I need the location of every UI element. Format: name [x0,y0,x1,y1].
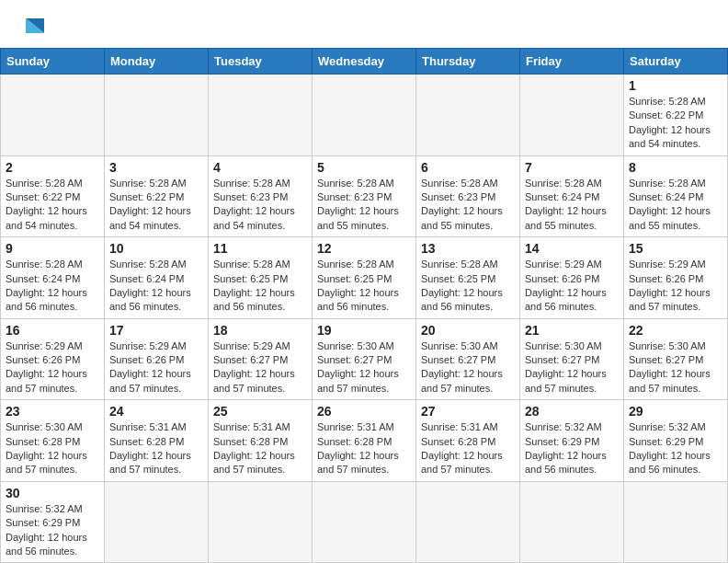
day-info: Sunrise: 5:28 AM Sunset: 6:23 PM Dayligh… [317,177,411,234]
calendar-cell: 26Sunrise: 5:31 AM Sunset: 6:28 PM Dayli… [313,400,416,482]
day-number: 20 [421,323,515,338]
day-info: Sunrise: 5:30 AM Sunset: 6:27 PM Dayligh… [525,339,619,396]
logo [18,17,48,39]
day-number: 6 [421,160,515,175]
day-number: 22 [629,323,722,338]
calendar-cell: 24Sunrise: 5:31 AM Sunset: 6:28 PM Dayli… [105,400,209,482]
calendar-cell [1,75,105,156]
calendar-cell [520,481,624,563]
day-info: Sunrise: 5:28 AM Sunset: 6:24 PM Dayligh… [109,258,203,315]
col-header-thursday: Thursday [416,49,520,75]
day-number: 28 [525,404,619,419]
calendar-cell [416,481,520,563]
day-info: Sunrise: 5:28 AM Sunset: 6:24 PM Dayligh… [629,177,722,234]
day-info: Sunrise: 5:28 AM Sunset: 6:25 PM Dayligh… [421,258,515,315]
day-info: Sunrise: 5:30 AM Sunset: 6:28 PM Dayligh… [6,420,99,477]
calendar-cell: 11Sunrise: 5:28 AM Sunset: 6:25 PM Dayli… [209,237,313,319]
day-number: 4 [213,160,307,175]
day-number: 25 [213,404,307,419]
day-info: Sunrise: 5:30 AM Sunset: 6:27 PM Dayligh… [629,339,722,396]
calendar-cell: 21Sunrise: 5:30 AM Sunset: 6:27 PM Dayli… [520,318,624,400]
day-info: Sunrise: 5:29 AM Sunset: 6:26 PM Dayligh… [629,258,722,315]
calendar-cell: 10Sunrise: 5:28 AM Sunset: 6:24 PM Dayli… [105,237,209,319]
calendar-cell: 27Sunrise: 5:31 AM Sunset: 6:28 PM Dayli… [416,400,520,482]
day-info: Sunrise: 5:28 AM Sunset: 6:25 PM Dayligh… [213,258,307,315]
day-info: Sunrise: 5:28 AM Sunset: 6:22 PM Dayligh… [6,177,99,234]
day-info: Sunrise: 5:29 AM Sunset: 6:26 PM Dayligh… [525,258,619,315]
day-info: Sunrise: 5:30 AM Sunset: 6:27 PM Dayligh… [421,339,515,396]
day-number: 9 [6,241,99,256]
calendar-week-row: 23Sunrise: 5:30 AM Sunset: 6:28 PM Dayli… [1,400,728,482]
calendar-cell: 4Sunrise: 5:28 AM Sunset: 6:23 PM Daylig… [209,155,313,237]
calendar-week-row: 2Sunrise: 5:28 AM Sunset: 6:22 PM Daylig… [1,155,728,237]
calendar-cell: 28Sunrise: 5:32 AM Sunset: 6:29 PM Dayli… [520,400,624,482]
day-number: 15 [629,241,722,256]
calendar-cell [313,481,416,563]
logo-icon [22,17,48,37]
calendar-cell [520,75,624,156]
day-number: 7 [525,160,619,175]
day-number: 24 [109,404,203,419]
calendar-week-row: 1Sunrise: 5:28 AM Sunset: 6:22 PM Daylig… [1,75,728,156]
day-number: 2 [6,160,99,175]
calendar-cell [209,481,313,563]
day-info: Sunrise: 5:28 AM Sunset: 6:24 PM Dayligh… [525,177,619,234]
day-info: Sunrise: 5:31 AM Sunset: 6:28 PM Dayligh… [213,420,307,477]
day-number: 12 [317,241,411,256]
day-info: Sunrise: 5:28 AM Sunset: 6:25 PM Dayligh… [317,258,411,315]
page-header [0,0,728,48]
day-info: Sunrise: 5:32 AM Sunset: 6:29 PM Dayligh… [525,420,619,477]
calendar-cell: 29Sunrise: 5:32 AM Sunset: 6:29 PM Dayli… [624,400,728,482]
col-header-saturday: Saturday [624,49,728,75]
col-header-tuesday: Tuesday [209,49,313,75]
calendar-week-row: 16Sunrise: 5:29 AM Sunset: 6:26 PM Dayli… [1,318,728,400]
calendar-cell: 20Sunrise: 5:30 AM Sunset: 6:27 PM Dayli… [416,318,520,400]
day-info: Sunrise: 5:29 AM Sunset: 6:27 PM Dayligh… [213,339,307,396]
calendar-cell [624,481,728,563]
day-number: 3 [109,160,203,175]
day-info: Sunrise: 5:28 AM Sunset: 6:23 PM Dayligh… [421,177,515,234]
day-number: 16 [6,323,99,338]
day-info: Sunrise: 5:29 AM Sunset: 6:26 PM Dayligh… [6,339,99,396]
calendar-cell: 16Sunrise: 5:29 AM Sunset: 6:26 PM Dayli… [1,318,105,400]
calendar-cell: 2Sunrise: 5:28 AM Sunset: 6:22 PM Daylig… [1,155,105,237]
day-number: 30 [6,486,99,500]
calendar-cell: 25Sunrise: 5:31 AM Sunset: 6:28 PM Dayli… [209,400,313,482]
calendar-cell: 17Sunrise: 5:29 AM Sunset: 6:26 PM Dayli… [105,318,209,400]
col-header-sunday: Sunday [1,49,105,75]
calendar-cell: 9Sunrise: 5:28 AM Sunset: 6:24 PM Daylig… [1,237,105,319]
day-info: Sunrise: 5:31 AM Sunset: 6:28 PM Dayligh… [421,420,515,477]
calendar-week-row: 30Sunrise: 5:32 AM Sunset: 6:29 PM Dayli… [1,481,728,563]
day-number: 26 [317,404,411,419]
calendar-cell: 12Sunrise: 5:28 AM Sunset: 6:25 PM Dayli… [313,237,416,319]
calendar-cell [105,481,209,563]
day-number: 1 [629,78,722,93]
day-number: 19 [317,323,411,338]
calendar-cell: 7Sunrise: 5:28 AM Sunset: 6:24 PM Daylig… [520,155,624,237]
calendar-cell [105,75,209,156]
day-info: Sunrise: 5:30 AM Sunset: 6:27 PM Dayligh… [317,339,411,396]
day-info: Sunrise: 5:29 AM Sunset: 6:26 PM Dayligh… [109,339,203,396]
col-header-wednesday: Wednesday [313,49,416,75]
day-number: 17 [109,323,203,338]
day-number: 11 [213,241,307,256]
calendar-cell: 8Sunrise: 5:28 AM Sunset: 6:24 PM Daylig… [624,155,728,237]
col-header-monday: Monday [105,49,209,75]
day-info: Sunrise: 5:31 AM Sunset: 6:28 PM Dayligh… [109,420,203,477]
calendar-cell: 14Sunrise: 5:29 AM Sunset: 6:26 PM Dayli… [520,237,624,319]
calendar-cell: 19Sunrise: 5:30 AM Sunset: 6:27 PM Dayli… [313,318,416,400]
day-info: Sunrise: 5:32 AM Sunset: 6:29 PM Dayligh… [629,420,722,477]
day-number: 27 [421,404,515,419]
calendar-cell: 1Sunrise: 5:28 AM Sunset: 6:22 PM Daylig… [624,75,728,156]
day-number: 21 [525,323,619,338]
calendar-cell: 18Sunrise: 5:29 AM Sunset: 6:27 PM Dayli… [209,318,313,400]
calendar-table: SundayMondayTuesdayWednesdayThursdayFrid… [0,48,728,563]
day-number: 23 [6,404,99,419]
calendar-header-row: SundayMondayTuesdayWednesdayThursdayFrid… [1,49,728,75]
day-number: 13 [421,241,515,256]
day-number: 29 [629,404,722,419]
day-info: Sunrise: 5:31 AM Sunset: 6:28 PM Dayligh… [317,420,411,477]
calendar-cell: 30Sunrise: 5:32 AM Sunset: 6:29 PM Dayli… [1,481,105,563]
day-info: Sunrise: 5:28 AM Sunset: 6:23 PM Dayligh… [213,177,307,234]
calendar-cell: 6Sunrise: 5:28 AM Sunset: 6:23 PM Daylig… [416,155,520,237]
